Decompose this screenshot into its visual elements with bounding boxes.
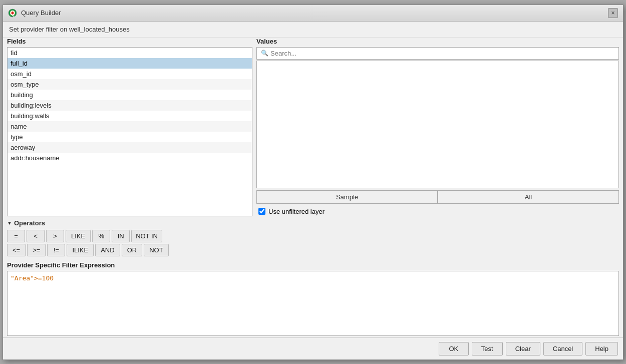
- op-gte[interactable]: >=: [27, 244, 46, 256]
- values-search-input[interactable]: [270, 50, 614, 57]
- op-percent[interactable]: %: [92, 230, 110, 242]
- list-item[interactable]: fid: [8, 48, 252, 58]
- filter-header: Provider Specific Filter Expression: [7, 261, 619, 269]
- help-button[interactable]: Help: [585, 342, 618, 355]
- search-icon: 🔍: [261, 50, 268, 57]
- dialog-title: Query Builder: [21, 9, 61, 17]
- list-item[interactable]: building:walls: [8, 111, 252, 121]
- close-button[interactable]: ×: [608, 8, 618, 18]
- list-item[interactable]: osm_type: [8, 79, 252, 90]
- test-button[interactable]: Test: [472, 342, 503, 355]
- operators-header: Operators: [14, 219, 45, 227]
- list-item[interactable]: building:levels: [8, 100, 252, 111]
- list-item[interactable]: addr:housename: [8, 153, 252, 163]
- query-builder-dialog: Q Query Builder × Set provider filter on…: [3, 5, 623, 360]
- values-buttons: Sample All: [256, 190, 619, 204]
- fields-panel: Fields fid full_id osm_id osm_type build…: [7, 38, 252, 216]
- collapse-arrow-icon: ▼: [7, 220, 12, 226]
- fields-list-container[interactable]: fid full_id osm_id osm_type building bui…: [7, 47, 252, 216]
- values-area[interactable]: [256, 61, 619, 188]
- filter-expression-textarea[interactable]: "Area">=100: [7, 271, 619, 336]
- use-unfiltered-checkbox[interactable]: [258, 208, 265, 215]
- svg-text:Q: Q: [10, 9, 15, 17]
- values-panel: Values 🔍 Sample All Use unfiltered layer: [256, 38, 619, 216]
- op-neq[interactable]: !=: [47, 244, 65, 256]
- ok-button[interactable]: OK: [439, 342, 469, 355]
- op-like[interactable]: LIKE: [66, 230, 91, 242]
- values-header: Values: [256, 38, 619, 45]
- op-greater[interactable]: >: [46, 230, 64, 242]
- operators-row-2: <= >= != ILIKE AND OR NOT: [7, 244, 619, 256]
- fields-header: Fields: [7, 38, 252, 45]
- qgis-icon: Q: [8, 9, 17, 18]
- all-button[interactable]: All: [438, 190, 619, 204]
- operators-toggle[interactable]: ▼ Operators: [7, 219, 619, 227]
- operators-grid: = < > LIKE % IN NOT IN <= >= != ILIKE AN…: [7, 230, 619, 256]
- title-bar-left: Q Query Builder: [8, 9, 61, 18]
- operators-section: ▼ Operators = < > LIKE % IN NOT IN <= >=…: [7, 216, 619, 259]
- operators-row-1: = < > LIKE % IN NOT IN: [7, 230, 619, 242]
- bottom-bar: OK Test Clear Cancel Help: [3, 337, 623, 359]
- list-item[interactable]: osm_id: [8, 69, 252, 79]
- list-item[interactable]: name: [8, 121, 252, 132]
- op-ilike[interactable]: ILIKE: [67, 244, 94, 256]
- op-equals[interactable]: =: [7, 230, 25, 242]
- filter-section: Provider Specific Filter Expression "Are…: [7, 259, 619, 337]
- use-unfiltered-label: Use unfiltered layer: [268, 208, 325, 215]
- op-in[interactable]: IN: [112, 230, 130, 242]
- clear-button[interactable]: Clear: [506, 342, 540, 355]
- cancel-button[interactable]: Cancel: [543, 342, 582, 355]
- sample-button[interactable]: Sample: [256, 190, 438, 204]
- content-area: Fields fid full_id osm_id osm_type build…: [3, 38, 623, 337]
- op-lte[interactable]: <=: [7, 244, 26, 256]
- fields-list: fid full_id osm_id osm_type building bui…: [8, 48, 252, 163]
- values-search-box: 🔍: [256, 47, 619, 60]
- list-item[interactable]: full_id: [8, 58, 252, 69]
- list-item[interactable]: type: [8, 132, 252, 142]
- use-unfiltered-row: Use unfiltered layer: [256, 207, 619, 216]
- op-and[interactable]: AND: [95, 244, 120, 256]
- dialog-subtitle: Set provider filter on well_located_hous…: [3, 22, 623, 38]
- title-bar: Q Query Builder ×: [3, 5, 623, 22]
- op-less[interactable]: <: [27, 230, 45, 242]
- list-item[interactable]: aeroway: [8, 142, 252, 153]
- op-not-in[interactable]: NOT IN: [131, 230, 162, 242]
- op-or[interactable]: OR: [122, 244, 143, 256]
- op-not[interactable]: NOT: [144, 244, 168, 256]
- top-section: Fields fid full_id osm_id osm_type build…: [7, 38, 619, 216]
- list-item[interactable]: building: [8, 90, 252, 100]
